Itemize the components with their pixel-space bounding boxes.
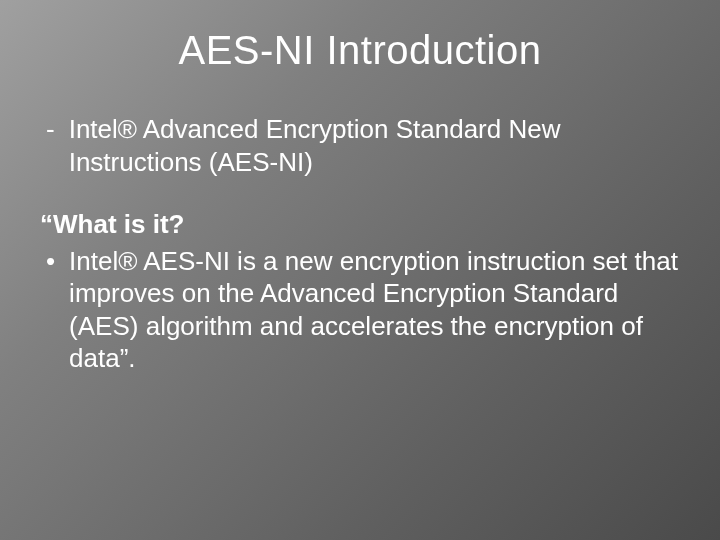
bullet-item: • Intel® AES-NI is a new encryption inst… xyxy=(40,245,680,375)
intro-text: Intel® Advanced Encryption Standard New … xyxy=(69,113,680,178)
dash-marker: - xyxy=(40,113,69,178)
bullet-text: Intel® AES-NI is a new encryption instru… xyxy=(69,245,680,375)
slide-title: AES-NI Introduction xyxy=(40,28,680,73)
bullet-marker: • xyxy=(40,245,69,375)
slide-body: - Intel® Advanced Encryption Standard Ne… xyxy=(40,113,680,375)
subhead: “What is it? xyxy=(40,208,680,241)
intro-item: - Intel® Advanced Encryption Standard Ne… xyxy=(40,113,680,178)
slide: AES-NI Introduction - Intel® Advanced En… xyxy=(0,0,720,540)
